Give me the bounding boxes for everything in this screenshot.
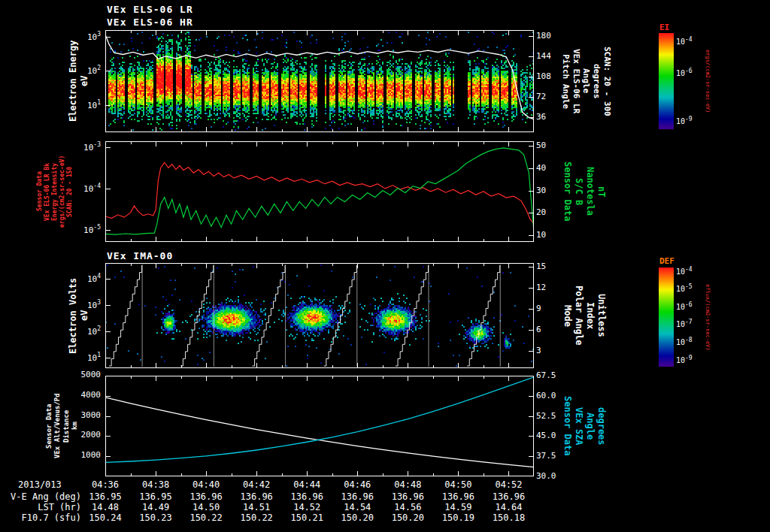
colorbar-ei-title: EI	[659, 23, 669, 32]
axis-tick-label: 10-9	[676, 116, 693, 125]
axis-tick-label: 103	[72, 299, 101, 310]
panel3-title: VEx IMA-00	[107, 250, 173, 261]
table-cell: 136.95	[137, 491, 174, 502]
time-tick-label: 04:38	[137, 479, 174, 490]
table-cell: 150.22	[187, 512, 225, 523]
axis-tick-label: 1000	[72, 450, 101, 460]
axis-tick-label: 180	[536, 31, 551, 41]
intensity-bfield-canvas	[105, 141, 534, 242]
panel1-title-hr: VEx ELS-06 HR	[107, 17, 193, 28]
axis-tick-label: 10-8	[676, 337, 693, 346]
axis-tick-label: 20	[536, 207, 546, 217]
axis-label-line: Angle	[584, 376, 596, 476]
table-cell: 14.50	[187, 502, 225, 512]
axis-label-line: Angle	[581, 30, 592, 132]
tplot-window: VEx ELS-06 LR VEx ELS-06 HR VEx IMA-00 E…	[0, 0, 770, 532]
table-cell: 14.49	[137, 502, 174, 512]
axis-tick-label: 9	[536, 304, 541, 313]
axis-label-line: Nanotesla	[584, 141, 596, 242]
axis-tick-label: 60.0	[536, 391, 556, 401]
axis-tick-label: 103	[72, 31, 101, 42]
p1-left-axis-label: Electron Energy eV	[68, 30, 90, 132]
table-cell: 150.22	[238, 512, 275, 523]
time-tick-label: 04:40	[187, 479, 225, 490]
colorbar-def	[659, 268, 674, 367]
time-tick-label: 04:36	[86, 479, 124, 490]
axis-tick-label: 102	[72, 65, 101, 76]
table-cell: 136.96	[439, 491, 477, 502]
axis-tick-label: 144	[536, 51, 551, 61]
time-tick-label: 04:52	[490, 479, 527, 490]
axis-label-line: ergs/(cm2-sr-sec-eV)	[59, 141, 66, 242]
axis-tick-label: 37.5	[536, 451, 556, 461]
table-cell: 14.48	[86, 502, 124, 512]
axis-tick-label: 4000	[72, 390, 101, 400]
table-cell: 150.21	[288, 512, 326, 523]
axis-tick-label: 3	[536, 346, 541, 355]
axis-tick-label: 10-5	[72, 224, 101, 235]
axis-tick-label: 6	[536, 325, 541, 334]
row-label-ve-ang: V-E Ang (deg)	[6, 491, 81, 502]
table-cell: 150.20	[338, 512, 376, 523]
axis-tick-label: 45.0	[536, 431, 556, 440]
axis-tick-label: 52.5	[536, 411, 556, 421]
table-cell: 136.95	[86, 491, 124, 502]
altitude-sza-canvas	[105, 376, 534, 476]
axis-tick-label: 10-5	[676, 283, 693, 293]
time-tick-label: 04:46	[338, 479, 376, 490]
table-cell: 150.18	[490, 512, 527, 523]
axis-label-line: VEx ELS-06 LR Bk	[44, 141, 51, 242]
axis-label-line: Sensor Data	[36, 141, 44, 242]
colorbar-ei	[659, 33, 674, 129]
axis-label-line: VEx Alt/Venus/Pd	[53, 376, 62, 476]
axis-label-line: Sensor Data	[562, 141, 573, 242]
table-cell: 14.54	[338, 502, 376, 512]
axis-tick-label: 10	[536, 230, 546, 240]
table-cell: 14.51	[238, 502, 275, 512]
axis-tick-label: 104	[72, 273, 101, 284]
axis-label-line: VEx SZA	[573, 376, 584, 476]
colorbar-def-title: DEF	[659, 256, 675, 266]
axis-label-line: Unitless	[596, 263, 607, 368]
axis-label-line: nT	[596, 141, 607, 242]
table-cell: 14.59	[439, 502, 477, 512]
els-spectrogram-canvas	[105, 30, 534, 132]
table-cell: 136.96	[238, 491, 275, 502]
table-cell: 14.52	[288, 502, 326, 512]
time-tick-label: 04:48	[389, 479, 426, 490]
axis-tick-label: 50	[536, 141, 546, 150]
axis-tick-label: 15	[536, 261, 546, 271]
axis-label-line: Distance	[62, 376, 71, 476]
axis-label-line: eV	[79, 30, 90, 132]
p2-left-axis-label: Sensor Data VEx ELS-06 LR Bk Energy Inte…	[36, 141, 74, 242]
axis-tick-label: 67.5	[536, 370, 556, 380]
table-cell: 150.24	[86, 512, 124, 523]
axis-label-line: S/C B	[573, 141, 584, 242]
table-cell: 150.20	[389, 512, 426, 523]
axis-label-line: Polar Angle	[573, 263, 584, 368]
p3-right-axis-label: Mode Polar Angle Index Unitless	[562, 263, 607, 368]
axis-tick-label: 5000	[72, 370, 101, 379]
axis-label-line: Sensor Data	[45, 376, 53, 476]
axis-tick-label: 10-9	[676, 355, 693, 364]
axis-label-line: SCAN: 20 - 300	[602, 30, 612, 132]
row-label-lst: LST (hr)	[6, 502, 81, 512]
axis-tick-label: 10-6	[676, 68, 693, 77]
axis-tick-label: 12	[536, 283, 546, 292]
axis-label-line: Mode	[562, 263, 573, 368]
table-cell: 136.96	[389, 491, 426, 502]
p4-right-axis-label: Sensor Data VEx SZA Angle degrees	[562, 376, 607, 476]
axis-tick-label: 101	[72, 99, 101, 110]
axis-label-line: VEx ELS-06 LR	[571, 30, 581, 132]
table-cell: 136.96	[338, 491, 376, 502]
p1-right-axis-label: Pitch Angle VEx ELS-06 LR Angle degrees …	[560, 30, 612, 132]
axis-tick-label: 36	[536, 112, 546, 122]
table-cell: 14.56	[389, 502, 426, 512]
axis-tick-label: 2000	[72, 430, 101, 440]
axis-label-line: Index	[584, 263, 596, 368]
axis-label-line: Sensor Data	[562, 376, 573, 476]
axis-tick-label: 30	[536, 186, 546, 195]
axis-label-line: degrees	[596, 376, 607, 476]
axis-label-line: Electron Energy	[68, 30, 79, 132]
axis-tick-label: 10-4	[72, 183, 101, 194]
